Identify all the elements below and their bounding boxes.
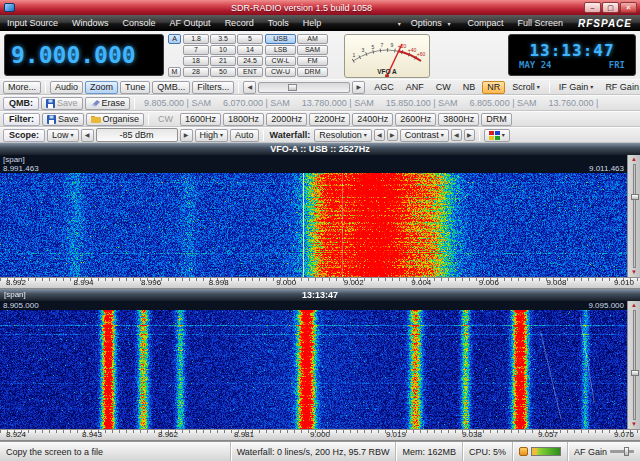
qmb-memory-2[interactable]: 6.070.000 | SAM — [218, 98, 295, 108]
band-button-50[interactable]: 50 — [210, 67, 236, 77]
scope-high-dropdown[interactable]: High▾ — [195, 129, 229, 142]
qmb-memory-1[interactable]: 9.805.000 | SAM — [139, 98, 216, 108]
minimize-button[interactable]: – — [584, 2, 601, 13]
nb-toggle[interactable]: NB — [458, 81, 481, 94]
if-gain-dropdown[interactable]: IF Gain▾ — [554, 81, 599, 94]
band-button-5[interactable]: 5 — [237, 34, 263, 44]
band-button-10[interactable]: 10 — [210, 45, 236, 55]
qmb-save-button[interactable]: Save — [41, 97, 83, 110]
af-gain-thumb[interactable] — [624, 447, 629, 456]
rf-gain-dropdown[interactable]: RF Gain▾ — [600, 81, 640, 94]
filter-2000hz-button[interactable]: 2000Hz — [266, 113, 307, 126]
zoom-slider[interactable] — [258, 82, 350, 93]
mode-button-cw-u[interactable]: CW-U — [265, 67, 296, 77]
filter-cw-button[interactable]: CW — [153, 113, 178, 126]
menu-console[interactable]: Console — [116, 15, 163, 31]
qmb-button[interactable]: QMB... — [152, 81, 190, 94]
zoom-slider-right-icon[interactable]: ▶ — [352, 81, 365, 94]
frequency-display[interactable]: 9.000.000 — [4, 34, 164, 76]
mode-button-sam[interactable]: SAM — [297, 45, 328, 55]
zoom-button[interactable]: Zoom — [85, 81, 118, 94]
triangle-down-icon[interactable]: ▼ — [631, 421, 637, 428]
menu-full-screen[interactable]: Full Screen — [510, 15, 570, 31]
scroll-dropdown[interactable]: Scroll▾ — [507, 81, 545, 94]
menu-compact[interactable]: Compact — [460, 15, 510, 31]
band-button-7[interactable]: 7 — [183, 45, 209, 55]
resolution-down-icon[interactable]: ◀ — [374, 129, 385, 141]
scope-low-dropdown[interactable]: Low▾ — [47, 129, 79, 142]
waterfall-bottom-canvas[interactable] — [0, 310, 627, 429]
waterfall-top-canvas[interactable] — [0, 173, 627, 277]
resolution-up-icon[interactable]: ▶ — [387, 129, 398, 141]
slider-track[interactable] — [633, 164, 636, 268]
zoom-slider-thumb[interactable] — [288, 84, 297, 91]
scope-level-down-icon[interactable]: ◀ — [81, 129, 94, 142]
qmb-memory-6[interactable]: 13.760.000 | — [543, 98, 603, 108]
filter-organise-button[interactable]: Organise — [86, 113, 145, 126]
band-button-24-5[interactable]: 24.5 — [237, 56, 263, 66]
qmb-memory-3[interactable]: 13.780.000 | SAM — [297, 98, 379, 108]
frequency-scale-bottom[interactable]: 8.924 8.943 8.962 8.981 9.000 9.019 9.03… — [0, 429, 640, 441]
filter-3800hz-button[interactable]: 3800Hz — [438, 113, 479, 126]
triangle-down-icon[interactable]: ▼ — [631, 269, 637, 276]
enter-button[interactable]: ENT — [237, 67, 263, 77]
filter-2200hz-button[interactable]: 2200Hz — [309, 113, 350, 126]
cw-toggle[interactable]: CW — [431, 81, 456, 94]
mode-button-fm[interactable]: FM — [297, 56, 328, 66]
frequency-scale-top[interactable]: 8.992 8.994 8.996 8.998 9.000 9.002 9.00… — [0, 277, 640, 289]
maximize-button[interactable]: ▢ — [602, 2, 619, 13]
qmb-erase-button[interactable]: Erase — [85, 97, 131, 110]
zoom-slider-left-icon[interactable]: ◀ — [243, 81, 256, 94]
filter-save-button[interactable]: Save — [42, 113, 84, 126]
chevron-down-icon[interactable]: ▾ — [395, 20, 404, 27]
slider-thumb[interactable] — [631, 370, 639, 376]
contrast-up-icon[interactable]: ▶ — [464, 129, 475, 141]
filters-button[interactable]: Filters... — [192, 81, 234, 94]
waterfall-contrast-dropdown[interactable]: Contrast▾ — [400, 129, 449, 142]
filter-2400hz-button[interactable]: 2400Hz — [352, 113, 393, 126]
contrast-down-icon[interactable]: ◀ — [451, 129, 462, 141]
menu-options[interactable]: Options ▾ — [404, 15, 461, 32]
waterfall-bottom-zoom-slider[interactable]: ▲ ▼ — [627, 301, 640, 429]
filter-drm-button[interactable]: DRM — [481, 113, 512, 126]
filter-2600hz-button[interactable]: 2600Hz — [395, 113, 436, 126]
scope-auto-button[interactable]: Auto — [230, 129, 259, 142]
band-button-18[interactable]: 18 — [183, 56, 209, 66]
menu-record[interactable]: Record — [218, 15, 261, 31]
tune-button[interactable]: Tune — [120, 81, 150, 94]
memory-button[interactable]: M — [168, 67, 181, 77]
scope-level-up-icon[interactable]: ▶ — [180, 129, 193, 142]
triangle-up-icon[interactable]: ▲ — [631, 156, 637, 163]
qmb-memory-4[interactable]: 15.850.100 | SAM — [381, 98, 463, 108]
band-button-28[interactable]: 28 — [183, 67, 209, 77]
close-button[interactable]: ✕ — [620, 2, 637, 13]
nr-toggle[interactable]: NR — [482, 81, 505, 94]
menu-input-source[interactable]: Input Source — [0, 15, 65, 31]
anf-toggle[interactable]: ANF — [401, 81, 429, 94]
vfo-a-button[interactable]: A — [168, 34, 181, 44]
mode-button-lsb[interactable]: LSB — [265, 45, 296, 55]
mode-button-cw-l[interactable]: CW-L — [265, 56, 296, 66]
filter-1800hz-button[interactable]: 1800Hz — [223, 113, 264, 126]
af-gain-slider[interactable] — [610, 450, 634, 453]
menu-tools[interactable]: Tools — [261, 15, 296, 31]
waterfall-resolution-dropdown[interactable]: Resolution▾ — [314, 129, 372, 142]
agc-toggle[interactable]: AGC — [369, 81, 399, 94]
mode-button-am[interactable]: AM — [297, 34, 328, 44]
band-button-21[interactable]: 21 — [210, 56, 236, 66]
slider-thumb[interactable] — [631, 194, 639, 200]
menu-windows[interactable]: Windows — [65, 15, 116, 31]
menu-af-output[interactable]: AF Output — [163, 15, 218, 31]
more-button[interactable]: More... — [3, 81, 41, 94]
filter-1600hz-button[interactable]: 1600Hz — [180, 113, 221, 126]
menu-help[interactable]: Help — [296, 15, 329, 31]
waterfall-palette-button[interactable]: ▾ — [484, 129, 510, 142]
mode-button-usb[interactable]: USB — [265, 34, 296, 44]
mode-button-drm[interactable]: DRM — [297, 67, 328, 77]
waterfall-top-zoom-slider[interactable]: ▲ ▼ — [627, 155, 640, 277]
qmb-memory-5[interactable]: 6.805.000 | SAM — [465, 98, 542, 108]
audio-button[interactable]: Audio — [50, 81, 83, 94]
triangle-up-icon[interactable]: ▲ — [631, 302, 637, 309]
band-button-3-5[interactable]: 3.5 — [210, 34, 236, 44]
band-button-1-8[interactable]: 1.8 — [183, 34, 209, 44]
